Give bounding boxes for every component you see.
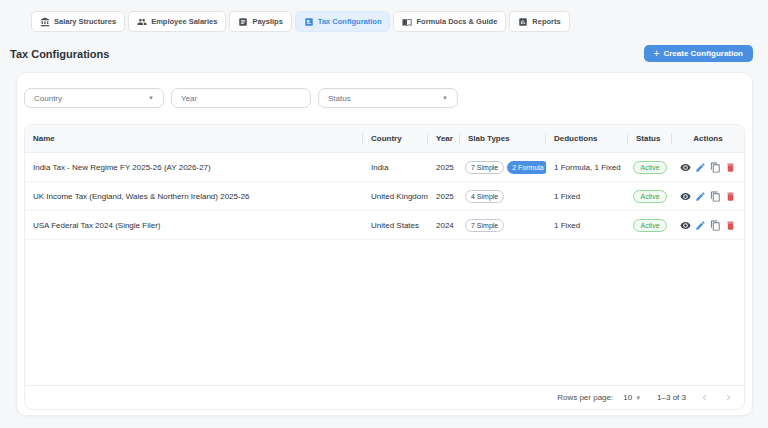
previous-page-button[interactable] <box>699 392 710 403</box>
column-header-slab-types[interactable]: Slab Types <box>460 134 546 143</box>
actions-cell <box>672 162 744 173</box>
filter-bar: Country ▼ Status ▼ <box>24 88 745 108</box>
table-pagination: Rows per page: 10 ▼ 1–3 of 3 <box>25 385 744 409</box>
table-row: UK Income Tax (England, Wales & Northern… <box>25 182 744 211</box>
column-header-country[interactable]: Country <box>363 134 428 143</box>
column-header-year[interactable]: Year <box>428 134 460 143</box>
pencil-icon <box>695 162 706 173</box>
tax-configurations-card: Country ▼ Status ▼ Name Country Year Sla… <box>16 72 753 416</box>
tab-salary-structures[interactable]: Salary Structures <box>31 11 125 32</box>
slab-types-cell: 7 Simple 2 Formula <box>460 161 546 174</box>
tab-formula-docs[interactable]: Formula Docs & Guide <box>393 11 506 32</box>
config-name: USA Federal Tax 2024 (Single Filer) <box>25 221 363 230</box>
eye-icon <box>680 162 691 173</box>
view-button[interactable] <box>680 220 691 231</box>
country-filter-value: Country <box>34 94 62 103</box>
module-tabbar: Salary Structures Employee Salaries Pays… <box>31 11 768 32</box>
status-badge: Active <box>633 161 666 174</box>
edit-button[interactable] <box>695 191 706 202</box>
trash-icon <box>725 191 736 202</box>
country-filter[interactable]: Country ▼ <box>24 88 164 108</box>
view-button[interactable] <box>680 162 691 173</box>
tax-config-icon <box>304 17 314 27</box>
tab-tax-configuration[interactable]: Tax Configuration <box>295 11 391 32</box>
payslip-icon <box>238 17 248 27</box>
tax-configurations-table: Name Country Year Slab Types Deductions … <box>24 124 745 410</box>
config-year: 2025 <box>428 163 460 172</box>
deductions-cell: 1 Formula, 1 Fixed <box>546 163 628 172</box>
trash-icon <box>725 220 736 231</box>
slab-types-cell: 7 Simple <box>460 219 546 232</box>
tab-label: Tax Configuration <box>318 17 382 26</box>
page-title: Tax Configurations <box>10 48 109 60</box>
rows-per-page-select[interactable]: 10 ▼ <box>623 393 641 402</box>
tab-label: Salary Structures <box>54 17 116 26</box>
config-year: 2024 <box>428 221 460 230</box>
status-cell: Active <box>628 161 672 174</box>
slab-types-cell: 4 Simple <box>460 190 546 203</box>
table-row: USA Federal Tax 2024 (Single Filer) Unit… <box>25 211 744 240</box>
config-year: 2025 <box>428 192 460 201</box>
duplicate-button[interactable] <box>710 220 721 231</box>
next-page-button[interactable] <box>723 392 734 403</box>
config-country: United States <box>363 221 428 230</box>
formula-slab-chip: 2 Formula <box>507 161 546 174</box>
simple-slab-chip: 7 Simple <box>465 161 504 174</box>
config-country: United Kingdom <box>363 192 428 201</box>
status-cell: Active <box>628 219 672 232</box>
table-empty-area <box>25 240 744 385</box>
status-badge: Active <box>633 219 666 232</box>
deductions-cell: 1 Fixed <box>546 192 628 201</box>
column-header-deductions[interactable]: Deductions <box>546 134 628 143</box>
eye-icon <box>680 191 691 202</box>
delete-button[interactable] <box>725 162 736 173</box>
book-icon <box>402 17 412 27</box>
view-button[interactable] <box>680 191 691 202</box>
page-header: Tax Configurations + Create Configuratio… <box>10 45 753 62</box>
status-filter[interactable]: Status ▼ <box>318 88 458 108</box>
create-configuration-button[interactable]: + Create Configuration <box>644 45 753 62</box>
status-badge: Active <box>633 190 666 203</box>
chevron-right-icon <box>723 392 734 403</box>
tab-label: Formula Docs & Guide <box>416 17 497 26</box>
tab-label: Employee Salaries <box>151 17 217 26</box>
deductions-cell: 1 Fixed <box>546 221 628 230</box>
config-name: UK Income Tax (England, Wales & Northern… <box>25 192 363 201</box>
delete-button[interactable] <box>725 191 736 202</box>
tab-employee-salaries[interactable]: Employee Salaries <box>128 11 226 32</box>
reports-icon <box>518 17 528 27</box>
plus-icon: + <box>654 49 660 59</box>
column-header-status[interactable]: Status <box>628 134 672 143</box>
copy-icon <box>710 220 721 231</box>
pencil-icon <box>695 191 706 202</box>
people-icon <box>137 17 147 27</box>
actions-cell <box>672 191 744 202</box>
caret-down-icon: ▼ <box>635 395 641 401</box>
edit-button[interactable] <box>695 220 706 231</box>
pencil-icon <box>695 220 706 231</box>
status-filter-value: Status <box>328 94 351 103</box>
actions-cell <box>672 220 744 231</box>
rows-per-page-label: Rows per page: <box>557 393 613 402</box>
trash-icon <box>725 162 736 173</box>
caret-down-icon: ▼ <box>442 95 448 101</box>
column-header-name[interactable]: Name <box>25 134 363 143</box>
edit-button[interactable] <box>695 162 706 173</box>
pagination-range: 1–3 of 3 <box>657 393 686 402</box>
bank-icon <box>40 17 50 27</box>
simple-slab-chip: 7 Simple <box>465 219 504 232</box>
year-filter-input[interactable] <box>171 88 311 108</box>
delete-button[interactable] <box>725 220 736 231</box>
copy-icon <box>710 162 721 173</box>
tab-payslips[interactable]: Payslips <box>229 11 291 32</box>
status-cell: Active <box>628 190 672 203</box>
caret-down-icon: ▼ <box>148 95 154 101</box>
rows-per-page-value: 10 <box>623 393 632 402</box>
duplicate-button[interactable] <box>710 162 721 173</box>
table-header-row: Name Country Year Slab Types Deductions … <box>25 125 744 153</box>
tab-reports[interactable]: Reports <box>509 11 569 32</box>
tab-label: Reports <box>532 17 560 26</box>
duplicate-button[interactable] <box>710 191 721 202</box>
copy-icon <box>710 191 721 202</box>
tab-label: Payslips <box>252 17 282 26</box>
